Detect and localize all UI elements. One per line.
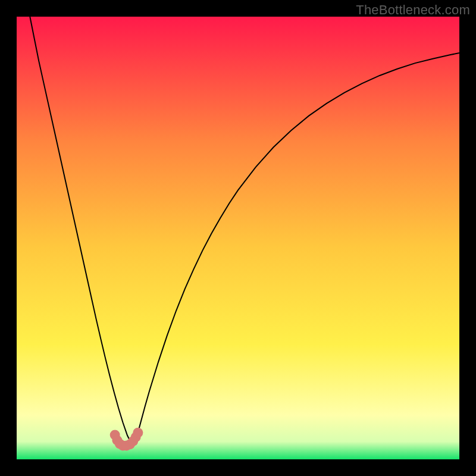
chart-stage: TheBottleneck.com <box>0 0 476 476</box>
curve-layer <box>17 17 459 459</box>
fit-marker <box>133 428 143 438</box>
plot-area <box>17 17 459 459</box>
watermark-text: TheBottleneck.com <box>356 2 470 18</box>
bottleneck-curve <box>30 17 459 444</box>
